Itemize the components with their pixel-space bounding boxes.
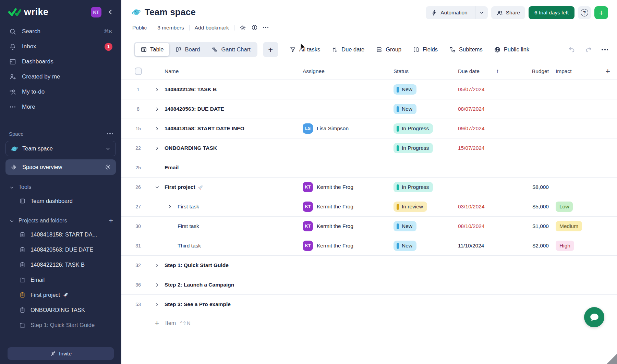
sidebar-item-my-to-do[interactable]: My to-do [0,84,121,99]
sidebar-item-1408418158-start-da[interactable]: 1408418158: START DA... [0,227,121,242]
help-button[interactable]: ? [578,6,591,19]
task-name[interactable]: Step 1: Quick Start Guide [165,262,229,268]
sidebar-item-email[interactable]: Email [0,272,121,287]
due-date[interactable]: 03/10/2024 [458,204,485,209]
create-new-button[interactable]: + [594,6,608,19]
table-row[interactable]: 8 1408420563: DUE DATE New 08/07/2024 [121,99,617,119]
projects-section-header[interactable]: Projects and folders + [0,215,121,227]
task-name[interactable]: 1408418158: START DATE INFO [165,125,244,132]
chat-widget-button[interactable] [584,307,604,327]
status-badge[interactable]: New [394,104,416,114]
undo-icon[interactable] [568,46,576,53]
sort-ascending-icon[interactable]: ↑ [496,68,499,75]
budget-cell[interactable]: $8,000 [527,184,549,190]
status-badge[interactable]: In Progress [394,143,433,153]
sidebar-item-created-by-me[interactable]: Created by me [0,69,121,84]
status-badge[interactable]: New [394,241,416,251]
due-date[interactable]: 11/10/2024 [458,243,484,248]
sidebar-item-step-1-quick-start-guide[interactable]: Step 1: Quick Start Guide [0,317,121,332]
share-button[interactable]: Share [491,6,525,19]
row-expand-open-icon[interactable] [155,185,159,190]
row-expand-closed-icon[interactable] [155,107,159,111]
column-header-due-date[interactable]: Due date ↑ [458,68,527,75]
sidebar-item-inbox[interactable]: Inbox 1 [0,39,121,54]
add-bookmark-link[interactable]: Add bookmark [195,25,229,31]
due-date[interactable]: 15/07/2024 [458,145,485,151]
column-header-impact[interactable]: Impact [556,68,572,74]
row-expand-closed-icon[interactable] [155,283,159,287]
column-header-assignee[interactable]: Assignee [303,68,394,74]
automation-dropdown[interactable] [475,6,488,19]
sidebar-item-onboarding-task[interactable]: ONBOARDING TASK [0,302,121,317]
tab-gantt-chart[interactable]: Gantt Chart [206,43,256,56]
table-row[interactable]: 22 ONBOARDING TASK In Progress 15/07/202… [121,138,617,158]
sidebar-item-space-overview[interactable]: Space overview [5,159,116,175]
row-expand-closed-icon[interactable] [155,263,159,268]
task-name[interactable]: Email [165,165,179,171]
sidebar-item-1408420563-due-date[interactable]: 1408420563: DUE DATE [0,242,121,257]
info-icon[interactable] [251,24,258,31]
space-selector[interactable]: Team space [5,141,116,156]
status-badge[interactable]: New [394,221,416,231]
row-expand-closed-icon[interactable] [155,126,159,131]
sidebar-collapse-icon[interactable] [107,9,114,15]
assignee-avatar[interactable]: LS [303,123,313,134]
table-row[interactable]: 27 First task KT Kermit the Frog In revi… [121,197,617,217]
members-count[interactable]: 3 members [157,25,184,31]
budget-cell[interactable]: $5,000 [527,204,549,210]
toolbar-subitems-button[interactable]: Subitems [449,46,483,53]
add-column-icon[interactable]: + [606,68,610,75]
task-name[interactable]: Step 3: See a Pro example [165,301,231,307]
column-header-budget[interactable]: Budget [527,68,549,74]
status-badge[interactable]: New [394,84,416,95]
add-item-button[interactable]: + Item ^⇧N [121,314,617,332]
budget-cell[interactable]: $2,000 [527,243,549,249]
due-date[interactable]: 05/07/2024 [458,86,485,92]
sidebar-item-more[interactable]: More [0,99,121,114]
toolbar-fields-button[interactable]: Fields [413,46,438,53]
task-name[interactable]: Step 2: Launch a Campaign [165,282,234,288]
tab-table[interactable]: Table [135,43,169,56]
add-project-icon[interactable]: + [109,217,113,225]
settings-gear-icon[interactable] [240,24,246,31]
space-menu-icon[interactable] [107,133,113,134]
toolbar-group-button[interactable]: Group [376,46,401,53]
sidebar-item-team-dashboard[interactable]: Team dashboard [0,193,121,208]
automation-button[interactable]: Automation [426,6,487,19]
status-badge[interactable]: In review [394,202,427,212]
task-name[interactable]: Third task [178,243,201,249]
table-row[interactable]: 25 Email [121,158,617,178]
task-name[interactable]: First task [178,223,199,229]
task-name[interactable]: 1408422126: TASK B [165,86,217,93]
toolbar-more-icon[interactable] [602,49,608,50]
trial-days-button[interactable]: 6 trial days left [529,6,574,19]
column-header-status[interactable]: Status [394,68,458,74]
toolbar-all-tasks-button[interactable]: All tasks [289,46,320,53]
redo-icon[interactable] [585,46,592,53]
task-name[interactable]: First task [178,204,199,210]
table-row[interactable]: 32 Step 1: Quick Start Guide [121,256,617,275]
tools-section-header[interactable]: Tools [0,181,121,193]
table-row[interactable]: 26 First project KT Kermit the Frog In P… [121,178,617,197]
task-name[interactable]: ONBOARDING TASK [165,145,217,151]
toolbar-due-date-button[interactable]: Due date [331,46,364,53]
toolbar-public-link-button[interactable]: Public link [494,46,529,53]
sidebar-item-dashboards[interactable]: Dashboards [0,54,121,69]
table-row[interactable]: 1 1408422126: TASK B New 05/07/2024 [121,80,617,99]
user-avatar[interactable]: KT [91,7,101,17]
status-badge[interactable]: In Progress [394,182,433,192]
header-more-icon[interactable] [263,27,269,28]
assignee-avatar[interactable]: KT [303,241,313,251]
row-expand-closed-icon[interactable] [168,205,172,209]
task-name[interactable]: First project [165,184,195,190]
assignee-avatar[interactable]: KT [303,202,313,212]
add-view-button[interactable]: + [263,42,278,57]
due-date[interactable]: 08/10/2024 [458,223,485,229]
assignee-avatar[interactable]: KT [303,182,313,192]
impact-badge[interactable]: Low [556,202,573,212]
row-expand-closed-icon[interactable] [155,146,159,150]
task-name[interactable]: 1408420563: DUE DATE [165,106,224,112]
budget-cell[interactable]: $1,000 [527,223,549,229]
table-row[interactable]: 36 Step 2: Launch a Campaign [121,275,617,295]
sidebar-item-1408422126-task-b[interactable]: 1408422126: TASK B [0,257,121,272]
